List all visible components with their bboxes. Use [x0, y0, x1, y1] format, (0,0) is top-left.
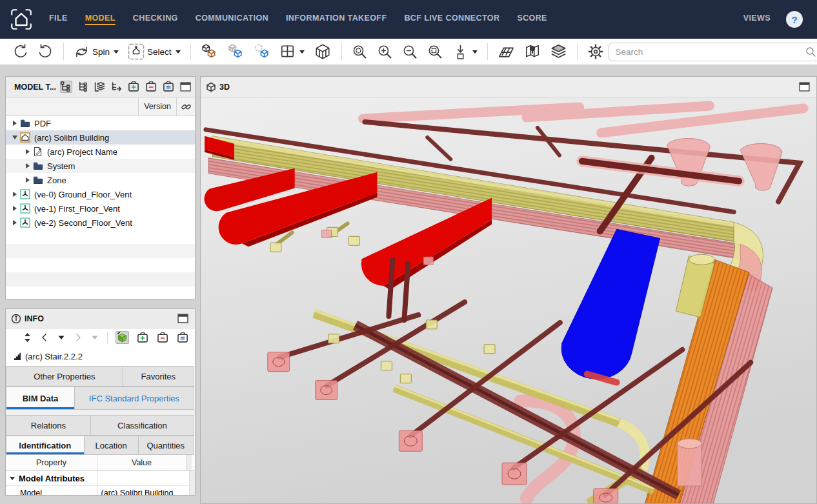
table-row-model-attributes[interactable]: Model Attributes [6, 471, 195, 486]
link-versions-button[interactable] [177, 102, 195, 112]
help-button[interactable]: ? [786, 11, 803, 28]
section-box-button[interactable] [312, 41, 333, 62]
zoom-window-button[interactable] [426, 43, 445, 61]
undo-button[interactable] [11, 43, 30, 61]
info-icon [11, 314, 21, 324]
menu-checking[interactable]: CHECKING [133, 14, 178, 25]
expand-caret-icon[interactable] [10, 121, 20, 126]
tab-identification[interactable]: Identification [6, 436, 85, 455]
layers-button[interactable] [549, 42, 569, 62]
scrollbar-track[interactable] [186, 455, 192, 470]
basket-add-button[interactable] [127, 81, 140, 93]
tab-label: IFC Standard Properties [89, 394, 179, 403]
tab-favorites[interactable]: Favorites [123, 366, 194, 387]
tab-other-properties[interactable]: Other Properties [6, 366, 123, 387]
solibri-logo-icon [9, 7, 34, 32]
expand-caret-icon[interactable] [10, 192, 20, 197]
map-button[interactable] [523, 42, 542, 61]
menu-model[interactable]: MODEL [85, 14, 116, 25]
main-menu: FILE MODEL CHECKING COMMUNICATION INFORM… [49, 14, 547, 25]
section-box-icon [314, 43, 332, 61]
building-icon [20, 132, 31, 143]
isolate-button[interactable] [252, 42, 272, 62]
tab-bim-data[interactable]: BIM Data [6, 387, 75, 410]
tree-item-solibri-building[interactable]: (arc) Solibri Building [6, 130, 195, 145]
basket-add-button[interactable] [136, 332, 149, 344]
tab-classification[interactable]: Classification [90, 415, 194, 436]
zoom-to-fit-button[interactable] [350, 43, 369, 61]
spin-dropdown[interactable]: Spin [72, 43, 120, 61]
expand-caret-icon[interactable] [23, 163, 33, 168]
basket-set-button[interactable] [162, 81, 175, 93]
basket-remove-button[interactable] [156, 332, 169, 344]
version-column-label[interactable]: Version [139, 102, 176, 111]
tab-relations[interactable]: Relations [6, 415, 91, 436]
tree-item-second-floor-vent[interactable]: (ve-2) Second_Floor_Vent [6, 216, 195, 230]
menu-views[interactable]: VIEWS [743, 14, 771, 25]
pink-cylinder[interactable] [677, 439, 701, 486]
expand-caret-icon[interactable] [10, 206, 20, 211]
toolbar-separator [107, 332, 108, 343]
zoom-in-button[interactable] [376, 43, 394, 61]
floor-plan-button[interactable] [496, 42, 516, 62]
collapse-caret-icon[interactable] [10, 136, 20, 139]
value-column-header[interactable]: Value [97, 455, 186, 470]
forward-list-dropdown[interactable] [90, 333, 99, 342]
solibri-logo[interactable] [9, 7, 34, 32]
menu-information-takeoff[interactable]: INFORMATION TAKEOFF [286, 14, 387, 25]
tree-item-zone[interactable]: Zone [6, 173, 195, 187]
menu-score[interactable]: SCORE [517, 14, 547, 25]
tree-layers-view-button[interactable] [94, 81, 106, 93]
tree-flat-view-button[interactable] [77, 81, 89, 93]
table-row-model[interactable]: Model (arc) Solibri Building [6, 486, 195, 496]
sort-button[interactable] [23, 332, 32, 343]
value-cell [97, 471, 190, 485]
panel-window-button[interactable] [177, 313, 189, 324]
expand-caret-icon[interactable] [23, 149, 33, 154]
view-layout-dropdown[interactable] [279, 43, 306, 61]
panel-window-button[interactable] [179, 81, 192, 92]
collapse-caret-icon[interactable] [10, 477, 15, 480]
settings-button[interactable] [586, 42, 605, 61]
menu-communication[interactable]: COMMUNICATION [196, 14, 268, 25]
layer-tree-icon [94, 81, 105, 92]
transparency-button[interactable] [226, 42, 246, 62]
ventilation-icon [20, 203, 31, 214]
zoom-out-button[interactable] [401, 43, 419, 61]
redo-button[interactable] [36, 43, 55, 61]
history-back-button[interactable] [39, 332, 50, 343]
menu-file[interactable]: FILE [49, 14, 68, 25]
property-column-header[interactable]: Property [6, 455, 97, 470]
tree-item-first-floor-vent[interactable]: (ve-1) First_Floor_Vent [6, 201, 195, 216]
search-input[interactable] [609, 43, 817, 61]
back-list-dropdown[interactable] [57, 333, 66, 342]
chevron-down-icon [114, 50, 119, 54]
tree-item-project-name[interactable]: (arc) Project Name [6, 145, 195, 159]
tree-locate-button[interactable] [110, 81, 123, 93]
pick-from-model-button[interactable] [116, 331, 129, 344]
tab-quantities[interactable]: Quantities [138, 436, 194, 455]
tree-hierarchy-view-button[interactable] [60, 81, 72, 93]
3d-model-canvas[interactable] [201, 97, 816, 503]
drop-to-ground-dropdown[interactable] [451, 43, 479, 61]
tree-item-system[interactable]: System [6, 159, 195, 173]
tree-item-pdf[interactable]: PDF [6, 116, 195, 130]
history-forward-button[interactable] [73, 332, 83, 343]
zoom-fit-icon [352, 44, 368, 60]
tree-item-ground-floor-vent[interactable]: (ve-0) Ground_Floor_Vent [6, 187, 195, 201]
expand-caret-icon[interactable] [23, 177, 33, 183]
tab-location[interactable]: Location [84, 436, 139, 455]
basket-remove-button[interactable] [145, 81, 157, 93]
selected-object-label: (arc) Stair.2.2.2 [25, 352, 83, 361]
two-cubes-icon [201, 43, 218, 61]
tab-ifc-standard-properties[interactable]: IFC Standard Properties [74, 387, 194, 410]
basket-set-button[interactable] [176, 332, 189, 344]
undo-icon [12, 44, 28, 60]
expand-caret-icon[interactable] [10, 220, 20, 225]
show-hide-button[interactable] [199, 42, 219, 62]
zoom-window-icon [427, 44, 443, 60]
menu-bcf-live-connector[interactable]: BCF LIVE CONNECTOR [404, 14, 499, 25]
panel-window-button[interactable] [798, 81, 811, 92]
sort-arrows-icon [23, 332, 32, 343]
select-dropdown[interactable]: Select [126, 42, 182, 61]
